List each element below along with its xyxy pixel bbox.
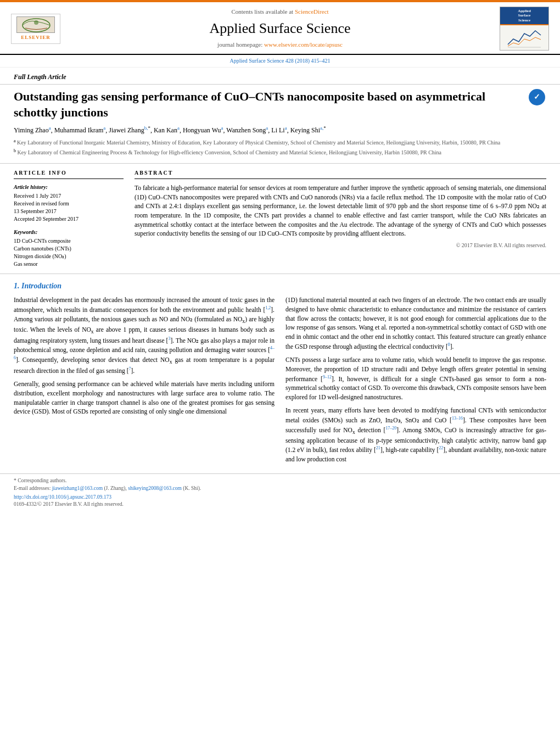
crossmark-icon: ✓ (529, 89, 545, 105)
journal-logo-title: AppliedSurfaceScience (500, 7, 548, 24)
keyword-1: 1D CuO-CNTs composite (14, 237, 124, 245)
svg-point-2 (34, 20, 38, 25)
keyword-4: Gas sensor (14, 260, 124, 268)
journal-header: ELSEVIER Contents lists available at Sci… (0, 2, 560, 55)
article-type-banner: Full Length Article (0, 68, 560, 85)
elsevier-logo: ELSEVIER (11, 14, 60, 44)
article-authors: Yiming Zhaoa, Muhammad Ikrama, Jiawei Zh… (14, 125, 546, 135)
email-shi[interactable]: shikeying2008@163.com (128, 486, 182, 491)
main-content: 1. Introduction Industrial development i… (0, 274, 560, 468)
introduction-cols: Industrial development in the past decad… (14, 295, 546, 468)
keyword-2: Carbon nanotubes (CNTs) (14, 245, 124, 253)
intro-para-5: In recent years, many efforts have been … (285, 406, 546, 464)
journal-logo-right: AppliedSurfaceScience (500, 7, 549, 51)
section1-title: 1. Introduction (14, 281, 546, 292)
journal-center: Contents lists available at ScienceDirec… (60, 8, 500, 49)
received-date: Received 1 July 2017 (14, 192, 124, 200)
issn-line: 0169-4332/© 2017 Elsevier B.V. All right… (14, 501, 546, 508)
email-note: E-mail addresses: jiaweizhang1@163.com (… (14, 485, 546, 492)
keywords-label: Keywords: (14, 228, 124, 236)
corresponding-note: * Corresponding authors. (14, 477, 546, 484)
sciencedirect-link[interactable]: ScienceDirect (295, 8, 329, 15)
abstract-label: ABSTRACT (135, 169, 546, 179)
history-label: Article history: (14, 183, 124, 191)
keyword-3: Nitrogen dioxide (NO₂) (14, 253, 124, 260)
intro-col-left: Industrial development in the past decad… (14, 295, 275, 468)
revised-label: Received in revised form (14, 200, 124, 208)
intro-para-1: Industrial development in the past decad… (14, 295, 275, 375)
revised-date: 13 September 2017 (14, 208, 124, 215)
copyright-line: © 2017 Elsevier B.V. All rights reserved… (135, 242, 546, 249)
affiliation-a: a Key Laboratory of Functional Inorganic… (14, 138, 546, 146)
abstract-text: To fabricate a high-performance material… (135, 183, 546, 238)
crossmark-badge: ✓ (529, 89, 546, 107)
homepage-url[interactable]: www.elsevier.com/locate/apsusc (264, 41, 343, 48)
keywords-section: Keywords: 1D CuO-CNTs composite Carbon n… (14, 228, 124, 268)
article-info-label: ARTICLE INFO (14, 169, 124, 179)
elsevier-label: ELSEVIER (21, 34, 51, 41)
elsevier-logo-image (16, 16, 55, 33)
intro-para-2: Generally, good sensing performance can … (14, 380, 275, 416)
contents-line: Contents lists available at ScienceDirec… (71, 8, 489, 16)
email-zhang[interactable]: jiaweizhang1@163.com (52, 486, 103, 491)
page: ELSEVIER Contents lists available at Sci… (0, 0, 560, 742)
intro-para-4: CNTs possess a large surface area to vol… (285, 355, 546, 401)
journal-homepage: journal homepage: www.elsevier.com/locat… (71, 41, 489, 49)
footnote-area: * Corresponding authors. E-mail addresse… (0, 473, 560, 510)
journal-ref: Applied Surface Science 428 (2018) 415–4… (0, 55, 560, 68)
article-title-section: ✓ Outstanding gas sensing performance of… (0, 85, 560, 164)
accepted-date: Accepted 20 September 2017 (14, 215, 124, 223)
affiliation-b: b Key Laboratory of Chemical Engineering… (14, 148, 546, 156)
intro-para-3: (1D) functional material mounted at each… (285, 295, 546, 351)
article-type: Full Length Article (14, 73, 66, 81)
abstract-col: ABSTRACT To fabricate a high-performance… (135, 169, 546, 268)
svg-rect-3 (502, 25, 546, 51)
doi-line[interactable]: http://dx.doi.org/10.1016/j.apsusc.2017.… (14, 494, 546, 501)
journal-title: Applied Surface Science (71, 19, 489, 38)
article-body: ARTICLE INFO Article history: Received 1… (0, 164, 560, 274)
article-title: Outstanding gas sensing performance of C… (14, 89, 546, 120)
journal-logo-image (500, 24, 548, 51)
info-abstract-cols: ARTICLE INFO Article history: Received 1… (14, 169, 546, 268)
article-info-col: ARTICLE INFO Article history: Received 1… (14, 169, 124, 268)
intro-col-right: (1D) functional material mounted at each… (285, 295, 546, 468)
